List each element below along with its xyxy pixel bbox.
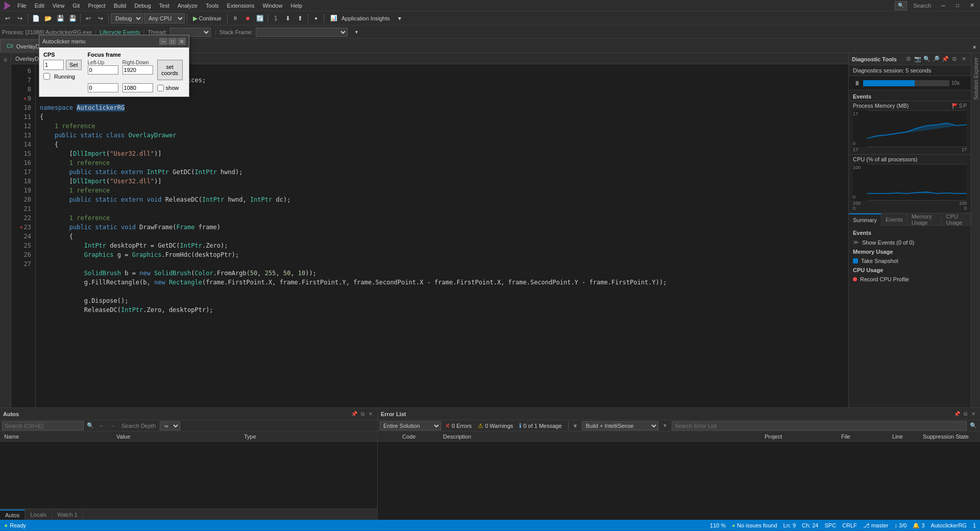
undo-btn[interactable]: ↩ [83, 13, 94, 24]
diag-pause-btn[interactable]: ⏸ [853, 79, 861, 87]
close-btn[interactable]: ✕ [966, 1, 978, 10]
autos-search-btn[interactable]: 🔍 [86, 421, 95, 430]
app-insights-dropdown-btn[interactable]: ▾ [394, 13, 405, 24]
menu-edit[interactable]: Edit [31, 2, 48, 10]
close-all-tabs-btn[interactable]: ✕ [969, 41, 980, 53]
new-file-btn[interactable]: 📄 [30, 13, 41, 24]
menu-build[interactable]: Build [110, 2, 130, 10]
error-search-btn[interactable]: 🔍 [969, 421, 978, 430]
menu-project[interactable]: Project [84, 2, 109, 10]
autos-back-btn[interactable]: ← [97, 421, 106, 430]
menu-debug[interactable]: Debug [130, 2, 155, 10]
error-float-btn[interactable]: ⧉ [962, 411, 969, 418]
cps-set-btn[interactable]: Set [66, 60, 82, 70]
autos-close-btn[interactable]: ✕ [367, 411, 374, 418]
memory-p-icon: P [963, 103, 967, 109]
left-sidebar-icon-1[interactable]: ≡ [1, 55, 10, 64]
diag-show-events-item[interactable]: ≫ Show Events (0 of 0) [849, 238, 971, 247]
diag-camera-btn[interactable]: 📷 [914, 55, 922, 63]
notifications-bell[interactable]: 🔔 3 [913, 522, 924, 529]
error-build-dropdown-btn[interactable]: ▾ [660, 421, 670, 430]
menu-analyze[interactable]: Analyze [174, 2, 202, 10]
diag-float-btn[interactable]: ⧉ [950, 55, 959, 63]
breakpoints-btn[interactable]: ● [310, 13, 322, 24]
error-badge-errors[interactable]: ✕ 0 Errors [443, 422, 474, 429]
diag-settings-btn[interactable]: ⚙ [904, 55, 913, 63]
autos-search-input[interactable] [2, 421, 84, 430]
error-pin-btn[interactable]: 📌 [953, 411, 961, 418]
set-coords-btn[interactable]: set coords [157, 60, 183, 80]
diag-pin-btn[interactable]: 📌 [941, 55, 949, 63]
continue-btn[interactable]: ▶ Continue [189, 13, 225, 24]
redo-btn[interactable]: ↪ [95, 13, 106, 24]
attach-btn[interactable]: ⏸ [230, 13, 241, 24]
error-scope-dropdown[interactable]: Entire Solution [380, 421, 441, 430]
issues-icon: ● [732, 522, 736, 528]
stack-frame-dropdown[interactable] [256, 28, 348, 37]
dialog-maximize-btn[interactable]: □ [168, 38, 177, 45]
back-btn[interactable]: ↩ [2, 13, 13, 24]
diag-zoom-out-btn[interactable]: 🔎 [932, 55, 940, 63]
diag-take-snapshot-item[interactable]: Take Snapshot [849, 257, 971, 265]
error-badge-messages[interactable]: ℹ 0 of 1 Message [517, 422, 564, 429]
dialog-minimize-btn[interactable]: ─ [159, 38, 167, 45]
left-input[interactable] [88, 65, 118, 75]
show-checkbox[interactable] [157, 85, 164, 91]
restart-btn[interactable]: 🔄 [254, 13, 265, 24]
lifecycle-events-link[interactable]: Lifecycle Events [100, 29, 140, 35]
git-branch[interactable]: ⎇ master [863, 522, 889, 529]
top-input[interactable] [88, 83, 118, 92]
debug-mode-dropdown[interactable]: Debug [111, 13, 143, 23]
error-search-input[interactable] [672, 421, 967, 430]
git-changes[interactable]: ↕ 3/0 [895, 522, 907, 529]
menu-test[interactable]: Test [155, 2, 174, 10]
bottom-input[interactable] [122, 83, 153, 92]
stack-frame-label: Stack Frame: [219, 29, 253, 35]
autos-fwd-btn[interactable]: → [108, 421, 117, 430]
step-into-btn[interactable]: ⬇ [282, 13, 293, 24]
autos-pin-btn[interactable]: 📌 [351, 411, 358, 418]
restore-btn[interactable]: □ [951, 1, 964, 10]
diag-tab-events[interactable]: Events [881, 213, 908, 226]
save-all-btn[interactable]: 💾 [67, 13, 78, 24]
fwd-btn[interactable]: ↪ [14, 13, 26, 24]
diag-record-cpu-item[interactable]: Record CPU Profile [849, 275, 971, 283]
menu-view[interactable]: View [48, 2, 69, 10]
running-row: Running [43, 73, 82, 80]
diag-close-btn[interactable]: ✕ [960, 55, 968, 63]
autos-float-btn[interactable]: ⧉ [359, 411, 366, 418]
right-input[interactable] [122, 65, 153, 75]
timeline-bar[interactable] [863, 80, 949, 86]
minimize-btn[interactable]: ─ [937, 1, 949, 10]
open-btn[interactable]: 📂 [42, 13, 54, 24]
error-close-btn[interactable]: ✕ [970, 411, 977, 418]
save-btn[interactable]: 💾 [55, 13, 66, 24]
diag-tab-cpu-usage[interactable]: CPU Usage [942, 213, 971, 226]
step-over-btn[interactable]: ⤵ [270, 13, 281, 24]
running-checkbox[interactable] [43, 73, 50, 80]
diag-zoom-in-btn[interactable]: 🔍 [923, 55, 931, 63]
error-build-dropdown[interactable]: Build + IntelliSense [582, 421, 658, 430]
platform-dropdown[interactable]: Any CPU [144, 13, 185, 23]
search-toolbar-input[interactable]: 🔍 [895, 1, 907, 10]
stop-btn[interactable]: ■ [242, 13, 253, 24]
menu-tools[interactable]: Tools [202, 2, 223, 10]
diag-tab-summary[interactable]: Summary [849, 213, 881, 226]
dialog-controls: ─ □ ✕ [159, 38, 186, 45]
menu-extensions[interactable]: Extensions [223, 2, 259, 10]
ch-label: Ch: 24 [802, 522, 818, 529]
autos-tab-autos[interactable]: Autos [0, 510, 25, 520]
step-out-btn[interactable]: ⬆ [295, 13, 306, 24]
autos-tab-locals[interactable]: Locals [25, 510, 52, 520]
autos-tab-watch1[interactable]: Watch 1 [52, 510, 83, 520]
menu-help[interactable]: Help [287, 2, 307, 10]
search-depth-select[interactable]: ∞ [160, 421, 180, 430]
menu-file[interactable]: File [13, 2, 31, 10]
cps-input[interactable] [43, 60, 64, 70]
diag-tab-memory-usage[interactable]: Memory Usage [908, 213, 942, 226]
stack-frame-dropdown-btn[interactable]: ▾ [351, 27, 362, 38]
menu-window[interactable]: Window [258, 2, 286, 10]
dialog-close-btn[interactable]: ✕ [178, 38, 186, 45]
error-badge-warnings[interactable]: ⚠ 0 Warnings [476, 422, 515, 429]
menu-git[interactable]: Git [68, 2, 84, 10]
